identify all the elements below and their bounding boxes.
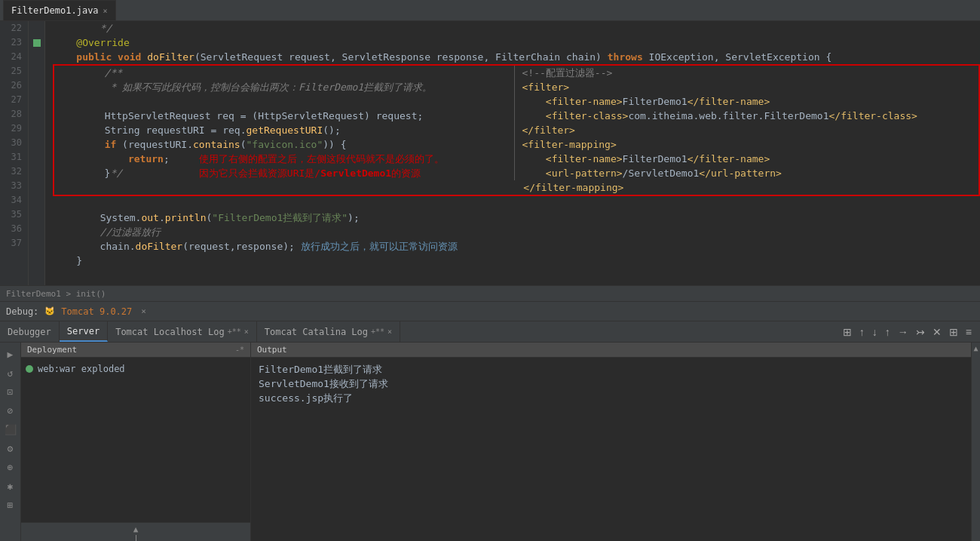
code-line-26: * 如果不写此段代码，控制台会输出两次：FilterDemo1拦截到了请求。 — [57, 80, 514, 94]
line-numbers: 22 23 24 25 26 27 28 29 30 31 32 33 34 3… — [0, 21, 29, 285]
sidebar-icon-1[interactable]: ▶ — [2, 346, 19, 362]
file-tab-label: FilterDemo1.java — [11, 5, 99, 16]
code-line-35: //过滤器放行 — [53, 225, 980, 239]
deployment-scrollbar: ▲ ▼ — [21, 522, 250, 541]
output-line-1: FilterDemo1拦截到了请求 — [259, 362, 963, 377]
scroll-up-arrow[interactable]: ▲ — [21, 524, 250, 534]
gutter — [29, 21, 45, 285]
debug-title-bar: Debug: 🐱 Tomcat 9.0.27 × — [0, 302, 980, 321]
xml-line-mapping-name: <filter-name>FilterDemo1</filter-name> — [522, 152, 979, 166]
highlight-region: /** * 如果不写此段代码，控制台会输出两次：FilterDemo1拦截到了请… — [53, 64, 980, 196]
xml-line-comment: <!--配置过滤器--> — [522, 66, 979, 80]
toolbar-btn-6[interactable]: ↣ — [914, 324, 927, 340]
code-line-37: } — [53, 254, 980, 268]
tomcat-label[interactable]: Tomcat 9.0.27 — [61, 306, 132, 317]
code-line-24: public void doFilter(ServletRequest requ… — [53, 50, 980, 64]
highlight-left: /** * 如果不写此段代码，控制台会输出两次：FilterDemo1拦截到了请… — [54, 66, 514, 180]
sidebar-icon-9[interactable]: ⊞ — [2, 496, 19, 513]
debug-label: Debug: — [6, 306, 38, 317]
xml-line-mapping-close: </filter-mapping> — [54, 180, 978, 195]
scrollbar-up[interactable]: ▲ — [972, 343, 979, 354]
xml-line-filter-open: <filter> — [522, 80, 979, 94]
xml-line-mapping-open: <filter-mapping> — [522, 137, 979, 152]
sidebar-icon-5[interactable]: ⬛ — [2, 421, 19, 438]
code-content[interactable]: */ @Override public void doFilter(Servle… — [45, 21, 980, 285]
code-line-32: }*/ 因为它只会拦截资源URI是/ServletDemo1的资源 — [57, 166, 514, 180]
output-line-2: ServletDemo1接收到了请求 — [259, 377, 963, 391]
code-line-33-blank — [53, 196, 980, 211]
sidebar-icon-2[interactable]: ↺ — [2, 364, 19, 381]
top-tab-bar: FilterDemo1.java × — [0, 0, 980, 21]
code-editor: 22 23 24 25 26 27 28 29 30 31 32 33 34 3… — [0, 21, 980, 285]
toolbar-btn-9[interactable]: ≡ — [963, 324, 974, 340]
code-line-28: HttpServletRequest req = (HttpServletReq… — [57, 109, 514, 123]
sidebar-icon-7[interactable]: ⊕ — [2, 459, 19, 475]
toolbar-btn-7[interactable]: ✕ — [930, 324, 944, 340]
toolbar-btn-5[interactable]: → — [896, 324, 911, 340]
file-tab-close[interactable]: × — [103, 7, 108, 15]
sidebar-icon-3[interactable]: ⊡ — [2, 383, 19, 400]
debug-panel: Debug: 🐱 Tomcat 9.0.27 × Debugger Server… — [0, 302, 980, 541]
toolbar-btn-3[interactable]: ↓ — [870, 324, 880, 340]
deployment-header: Deployment -* — [21, 343, 250, 358]
code-line-23: @Override — [53, 35, 980, 50]
deployment-item-web: web:war exploded — [26, 362, 246, 376]
debug-close-icon[interactable]: × — [141, 306, 146, 316]
tab-server[interactable]: Server — [60, 321, 108, 342]
xml-line-filter-name: <filter-name>FilterDemo1</filter-name> — [522, 94, 979, 109]
xml-line-filter-class: <filter-class>com.itheima.web.filter.Fil… — [522, 109, 979, 123]
xml-line-filter-close: </filter> — [522, 123, 979, 137]
output-scrollbar[interactable]: ▲ ▼ — [971, 343, 980, 541]
xml-line-url-pattern: <url-pattern>/ServletDemo1</url-pattern> — [522, 166, 979, 180]
debug-left-sidebar: ▶ ↺ ⊡ ⊘ ⬛ ⚙ ⊕ ✱ ⊞ — [0, 343, 21, 541]
toolbar-btn-1[interactable]: ⊞ — [841, 324, 854, 340]
code-line-22: */ — [53, 21, 980, 35]
tab-debugger[interactable]: Debugger — [0, 321, 60, 342]
tab-tomcat-localhost-log[interactable]: Tomcat Localhost Log +** × — [108, 321, 257, 342]
highlight-right: <!--配置过滤器--> <filter> <filter-name>Filte… — [515, 66, 979, 180]
output-panel: Output FilterDemo1拦截到了请求 ServletDemo1接收到… — [251, 343, 971, 541]
breadcrumb: FilterDemo1 > init() — [0, 285, 980, 302]
code-line-34: System.out.println("FilterDemo1拦截到了请求"); — [53, 211, 980, 225]
sidebar-icon-8[interactable]: ✱ — [2, 478, 19, 494]
file-tab-filterdemo1[interactable]: FilterDemo1.java × — [3, 0, 116, 20]
toolbar-btn-8[interactable]: ⊞ — [947, 324, 960, 340]
tab-tomcat-catalina-log[interactable]: Tomcat Catalina Log +** × — [257, 321, 400, 342]
tomcat-icon: 🐱 — [44, 306, 55, 316]
sidebar-icon-6[interactable]: ⚙ — [2, 440, 19, 456]
code-line-31: return; 使用了右侧的配置之后，左侧这段代码就不是必须的了。 — [57, 152, 514, 166]
code-line-29: String requestURI = req.getRequestURI(); — [57, 123, 514, 137]
toolbar-btn-2[interactable]: ↑ — [857, 324, 867, 340]
deployment-list: web:war exploded — [21, 358, 250, 522]
toolbar-btn-4[interactable]: ↑ — [883, 324, 893, 340]
code-line-27 — [57, 94, 514, 109]
code-line-36: chain.doFilter(request,response); 放行成功之后… — [53, 239, 980, 254]
breakpoint-indicator — [33, 39, 41, 47]
code-line-25: /** — [57, 66, 514, 80]
output-header: Output — [251, 343, 971, 358]
output-line-3: success.jsp执行了 — [259, 391, 963, 405]
deployment-panel: Deployment -* web:war exploded ▲ ▼ — [21, 343, 251, 541]
debug-tab-bar: Debugger Server Tomcat Localhost Log +**… — [0, 321, 980, 343]
debug-content: ▶ ↺ ⊡ ⊘ ⬛ ⚙ ⊕ ✱ ⊞ Deployment -* — [0, 343, 980, 541]
status-dot-green — [26, 365, 33, 373]
sidebar-icon-4[interactable]: ⊘ — [2, 402, 19, 419]
debug-toolbar: ⊞ ↑ ↓ ↑ → ↣ ✕ ⊞ ≡ — [841, 324, 980, 340]
output-content: FilterDemo1拦截到了请求 ServletDemo1接收到了请求 suc… — [251, 358, 971, 541]
code-line-30: if (requestURI.contains("favicon.ico")) … — [57, 137, 514, 152]
